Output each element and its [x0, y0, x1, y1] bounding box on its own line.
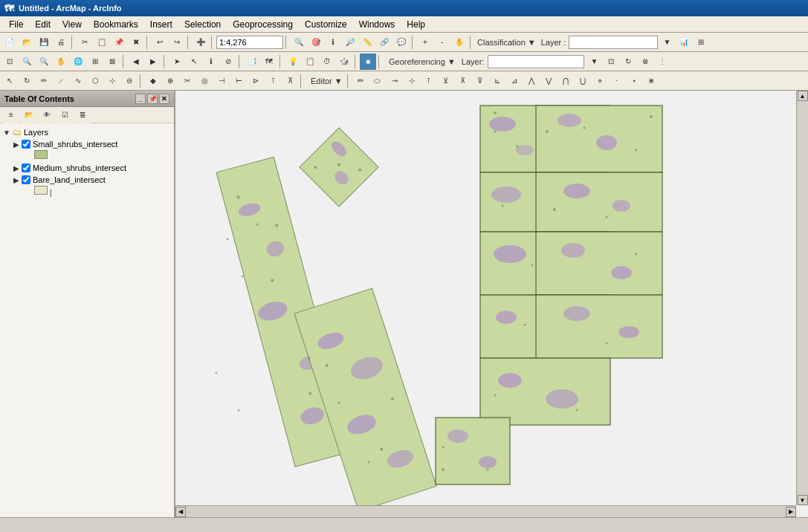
edit-select[interactable]: ↖ — [1, 73, 18, 89]
toc-layer-row-3[interactable]: ▶ Bare_land_intersect — [13, 175, 171, 184]
sketch-tool-5[interactable]: ⊺ — [421, 73, 437, 89]
open-button[interactable]: 📂 — [19, 34, 35, 51]
edit-line[interactable]: ⟋ — [53, 73, 69, 89]
edit-topology[interactable]: ⊺ — [265, 73, 281, 89]
sketch-tool-17[interactable]: ⋆ — [626, 73, 642, 89]
layout-view[interactable]: 📑 — [244, 53, 260, 70]
globe-button[interactable]: 🌐 — [70, 53, 86, 70]
sketch-tool-16[interactable]: ⋅ — [609, 73, 625, 89]
fwd-extent[interactable]: ▶ — [145, 53, 161, 70]
v-scroll-down[interactable]: ▼ — [798, 495, 808, 505]
go-to-xy[interactable]: 🎯 — [308, 34, 324, 51]
delete-button[interactable]: ✖ — [128, 34, 144, 51]
sketch-tool-14[interactable]: ⋃ — [575, 73, 591, 89]
menu-selection[interactable]: Selection — [178, 18, 227, 31]
h-scroll-left[interactable]: ◀ — [175, 507, 186, 517]
fit-to-display[interactable]: ⊡ — [603, 53, 619, 70]
h-scrollbar[interactable]: ◀ ▶ — [175, 505, 796, 517]
georef-layer-input[interactable] — [488, 55, 584, 68]
bg-color[interactable]: ■ — [360, 53, 376, 70]
menu-view[interactable]: View — [56, 18, 88, 31]
toc-layer2-checkbox[interactable] — [22, 163, 30, 172]
pan-button[interactable]: ✋ — [451, 34, 468, 51]
identify-button[interactable]: ℹ — [325, 34, 341, 51]
magnifier-button[interactable]: 🔍 — [291, 34, 307, 51]
sketch-tool-15[interactable]: ⋄ — [592, 73, 608, 89]
sketch-tool-11[interactable]: ⋀ — [523, 73, 540, 89]
menu-insert[interactable]: Insert — [144, 18, 178, 31]
zoom-in-fixed[interactable]: 🔍 — [19, 53, 35, 70]
menu-file[interactable]: File — [3, 18, 29, 31]
edit-merge[interactable]: ⊕ — [162, 73, 178, 89]
edit-trim[interactable]: ⊢ — [230, 73, 247, 89]
edit-curve[interactable]: ∿ — [70, 73, 86, 89]
edit-snap[interactable]: ⊳ — [248, 73, 264, 89]
html-popup-button[interactable]: 💬 — [393, 34, 410, 51]
zoom-layer-button[interactable]: ⊠ — [104, 53, 120, 70]
redo-button[interactable]: ↪ — [169, 34, 185, 51]
paste-button[interactable]: 📌 — [111, 34, 127, 51]
edit-mirror[interactable]: ⊼ — [282, 73, 298, 89]
stretch-button[interactable]: ⊞ — [693, 34, 709, 51]
edit-vertex[interactable]: ◆ — [145, 73, 161, 89]
sketch-tool-10[interactable]: ⊿ — [506, 73, 523, 89]
zoom-in-button[interactable]: + — [417, 34, 433, 51]
sketch-tool-7[interactable]: ⊼ — [455, 73, 471, 89]
rotate-tool[interactable]: ↻ — [620, 53, 636, 70]
identify-tool[interactable]: ℹ — [203, 53, 219, 70]
edit-buffer[interactable]: ◎ — [196, 73, 213, 89]
edit-sketch[interactable]: ✏ — [36, 73, 52, 89]
histogram-button[interactable]: 📊 — [676, 34, 692, 51]
hyperlink-button[interactable]: 🔗 — [376, 34, 392, 51]
save-button[interactable]: 💾 — [36, 34, 52, 51]
sketch-tool-1[interactable]: ✏ — [352, 73, 369, 89]
edit-split[interactable]: ⊖ — [121, 73, 138, 89]
v-scrollbar[interactable]: ▲ ▼ — [796, 91, 808, 505]
h-scroll-right[interactable]: ▶ — [786, 507, 796, 517]
menu-customize[interactable]: Customize — [299, 18, 353, 31]
toc-options[interactable]: ≣ — [74, 107, 91, 123]
sketch-tool-9[interactable]: ⊾ — [489, 73, 505, 89]
copy-button[interactable]: 📋 — [94, 34, 110, 51]
3d-button[interactable]: 🎲 — [336, 53, 352, 70]
sketch-tool-4[interactable]: ⊹ — [404, 73, 420, 89]
time-slider[interactable]: ⏱ — [319, 53, 335, 70]
undo-button[interactable]: ↩ — [152, 34, 168, 51]
clear-select[interactable]: ⊘ — [220, 53, 236, 70]
report-button[interactable]: 📋 — [302, 53, 318, 70]
toc-layer1-checkbox[interactable] — [22, 140, 30, 149]
zoom-out-fixed[interactable]: 🔍 — [36, 53, 52, 70]
toc-close[interactable]: ✕ — [159, 94, 169, 104]
pan2-button[interactable]: ✋ — [53, 53, 69, 70]
toc-layer-row-2[interactable]: ▶ Medium_shrubs_intersect — [13, 163, 171, 172]
sketch-tool-18[interactable]: ⋇ — [643, 73, 659, 89]
zoom-full-button[interactable]: ⊡ — [1, 53, 18, 70]
edit-reshape[interactable]: ⊹ — [104, 73, 120, 89]
menu-geoprocessing[interactable]: Geoprocessing — [227, 18, 299, 31]
sketch-tool-3[interactable]: ⊸ — [387, 73, 403, 89]
toc-list-by-source[interactable]: 📂 — [21, 107, 37, 123]
back-extent[interactable]: ◀ — [128, 53, 144, 70]
select-arrow[interactable]: ↖ — [186, 53, 202, 70]
edit-cut[interactable]: ✂ — [179, 73, 195, 89]
toc-list-by-selection[interactable]: ☑ — [56, 107, 73, 123]
data-view[interactable]: 🗺 — [261, 53, 277, 70]
v-scroll-up[interactable]: ▲ — [798, 91, 808, 101]
edit-extend[interactable]: ⊣ — [213, 73, 230, 89]
georef-dropdown-arrow[interactable]: ▼ — [586, 53, 602, 70]
toc-pin[interactable]: 📌 — [147, 94, 158, 104]
menu-windows[interactable]: Windows — [353, 18, 401, 31]
sketch-tool-8[interactable]: ⊽ — [472, 73, 488, 89]
toc-group-header[interactable]: ▼ 🗂 Layers — [3, 126, 171, 138]
layer-dropdown-arrow[interactable]: ▼ — [659, 34, 675, 51]
print-button[interactable]: 🖨 — [53, 34, 69, 51]
warp-button[interactable]: ⊗ — [637, 53, 653, 70]
menu-bookmarks[interactable]: Bookmarks — [88, 18, 144, 31]
map-tips[interactable]: 💡 — [285, 53, 301, 70]
toc-list-by-drawing-order[interactable]: ≡ — [3, 107, 19, 123]
select-features[interactable]: ➤ — [169, 53, 185, 70]
edit-polygon[interactable]: ⬡ — [87, 73, 103, 89]
new-button[interactable]: 📄 — [1, 34, 18, 51]
editor-label[interactable]: Editor ▼ — [308, 77, 345, 85]
add-data-button[interactable]: ➕ — [193, 34, 209, 51]
